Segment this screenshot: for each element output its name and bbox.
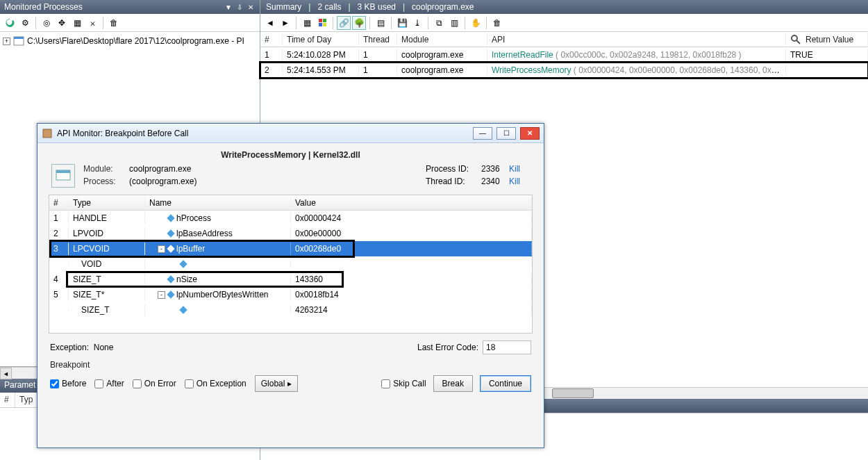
param-type-icon	[167, 214, 174, 222]
call-row[interactable]: 25:24:14.553 PM1coolprogram.exeWriteProc…	[260, 63, 868, 78]
col-module[interactable]: Module	[397, 33, 487, 46]
call-row[interactable]: 15:24:10.028 PM1coolprogram.exeInternetR…	[260, 47, 868, 63]
col-api[interactable]: API	[487, 33, 786, 46]
parameters-col-num[interactable]: #	[0, 393, 15, 407]
onexception-checkbox[interactable]: On Exception	[185, 379, 247, 388]
param-type-icon	[167, 245, 174, 252]
filter-icon[interactable]: ▤	[374, 16, 387, 30]
grid-icon[interactable]: ▦	[300, 16, 314, 30]
tree-icon[interactable]: ▦	[70, 16, 84, 30]
panel-close-icon[interactable]: ✕	[246, 3, 256, 11]
delete-icon[interactable]: 🗑	[107, 16, 121, 30]
svg-line-3	[796, 40, 800, 44]
param-row[interactable]: 5SIZE_T*- lpNumberOfBytesWritten0x0018fb…	[49, 287, 532, 302]
cell-value: 0x0018fb14	[291, 288, 532, 301]
pcol-value[interactable]: Value	[291, 197, 532, 209]
cell-type: SIZE_T*	[69, 288, 145, 301]
cell-num: 1	[49, 212, 69, 224]
param-row[interactable]: SIZE_T 4263214	[49, 302, 532, 318]
tree2-icon[interactable]: 🌳	[352, 16, 366, 30]
collapse-icon[interactable]: -	[158, 291, 165, 299]
settings-icon[interactable]: ⚙	[18, 16, 32, 30]
cell-value: 0x00268de0	[291, 243, 532, 255]
breakpoint-dialog: API Monitor: Breakpoint Before Call — ☐ …	[37, 123, 544, 448]
before-checkbox-input[interactable]	[50, 379, 59, 388]
locate-icon[interactable]: ✥	[55, 16, 69, 30]
exception-label: Exception:	[50, 343, 89, 352]
after-checkbox-input[interactable]	[94, 379, 103, 388]
cell-value: 4263214	[291, 304, 532, 316]
search-icon[interactable]	[790, 34, 801, 45]
param-row[interactable]: 1HANDLE hProcess0x00000424	[49, 211, 532, 226]
minimize-button[interactable]: —	[473, 127, 492, 140]
cell-num	[49, 309, 69, 311]
sep: |	[348, 2, 350, 12]
global-button[interactable]: Global▸	[255, 375, 299, 392]
after-checkbox[interactable]: After	[94, 379, 124, 388]
skip-call-checkbox-input[interactable]	[381, 379, 390, 388]
api-link[interactable]: WriteProcessMemory	[492, 65, 571, 75]
before-checkbox[interactable]: Before	[50, 379, 86, 388]
col-return[interactable]: Return Value	[786, 33, 868, 47]
skip-call-checkbox[interactable]: Skip Call	[381, 379, 426, 388]
cell-module: coolprogram.exe	[397, 49, 487, 61]
cell-value	[291, 263, 532, 265]
collapse-icon[interactable]: -	[158, 245, 165, 253]
nav-back-icon[interactable]: ◄	[263, 16, 277, 30]
nav-fwd-icon[interactable]: ►	[278, 16, 292, 30]
cell-time: 5:24:10.028 PM	[283, 49, 359, 61]
cell-module: coolprogram.exe	[397, 64, 487, 76]
onerror-checkbox-input[interactable]	[133, 379, 142, 388]
kill-icon[interactable]: ⨉	[85, 16, 99, 30]
expand-icon[interactable]: +	[3, 38, 10, 45]
param-row[interactable]: 2LPVOID lpBaseAddress0x00e00000	[49, 226, 532, 241]
export-icon[interactable]: ⤓	[410, 16, 424, 30]
pcol-type[interactable]: Type	[69, 197, 145, 209]
save-icon[interactable]: 💾	[395, 16, 409, 30]
link-icon[interactable]: 🔗	[337, 16, 351, 30]
module-value: coolprogram.exe	[129, 164, 197, 174]
param-type-icon	[167, 275, 174, 283]
hand-icon[interactable]: ✋	[469, 16, 483, 30]
pcol-num[interactable]: #	[49, 197, 69, 209]
panel-pin-icon[interactable]: ⇩	[235, 3, 244, 11]
param-row[interactable]: 4SIZE_T nSize143360	[49, 272, 532, 287]
col-time[interactable]: Time of Day	[283, 33, 359, 46]
pcol-name[interactable]: Name	[145, 197, 291, 209]
col-index[interactable]: #	[260, 33, 283, 46]
break-button[interactable]: Break	[433, 375, 473, 392]
process-tree-row[interactable]: + C:\Users\Flare\Desktop\flare 2017\12\c…	[3, 35, 257, 47]
close-button[interactable]: ✕	[520, 127, 540, 140]
target-icon[interactable]: ◎	[40, 16, 53, 30]
onerror-checkbox[interactable]: On Error	[133, 379, 176, 388]
cell-value: 143360	[291, 273, 532, 286]
panel-dropdown-icon[interactable]: ▼	[224, 3, 233, 11]
copy-icon[interactable]: ⧉	[432, 16, 446, 30]
trash-icon[interactable]: 🗑	[490, 16, 504, 30]
kill-thread-link[interactable]: Kill	[509, 176, 530, 186]
parameters-title: Paramet	[4, 380, 35, 390]
cell-return	[786, 69, 868, 72]
col-thread[interactable]: Thread	[359, 33, 397, 46]
param-row[interactable]: VOID	[49, 256, 532, 272]
module-label: Module:	[83, 164, 125, 174]
param-row[interactable]: 3LPCVOID- lpBuffer0x00268de0	[49, 241, 532, 256]
cell-name	[145, 260, 291, 268]
continue-button[interactable]: Continue	[480, 375, 531, 392]
summary-calls: 2 calls	[317, 2, 341, 12]
kill-process-link[interactable]: Kill	[509, 164, 530, 174]
exe-icon	[13, 35, 24, 47]
onexception-checkbox-input[interactable]	[185, 379, 194, 388]
refresh-icon[interactable]	[3, 16, 17, 30]
scrollbar-thumb[interactable]	[552, 388, 594, 398]
svg-rect-6	[56, 170, 70, 173]
cell-type: LPVOID	[69, 227, 145, 240]
api-link[interactable]: InternetReadFile	[492, 50, 553, 60]
clear-icon[interactable]: ▥	[447, 16, 461, 30]
cell-name: hProcess	[145, 212, 291, 224]
dialog-titlebar[interactable]: API Monitor: Breakpoint Before Call — ☐ …	[37, 124, 544, 143]
scroll-left-icon[interactable]: ◄	[0, 368, 12, 379]
color-grid-icon[interactable]	[315, 16, 329, 30]
cell-num: 4	[49, 273, 69, 286]
maximize-button[interactable]: ☐	[496, 127, 516, 140]
